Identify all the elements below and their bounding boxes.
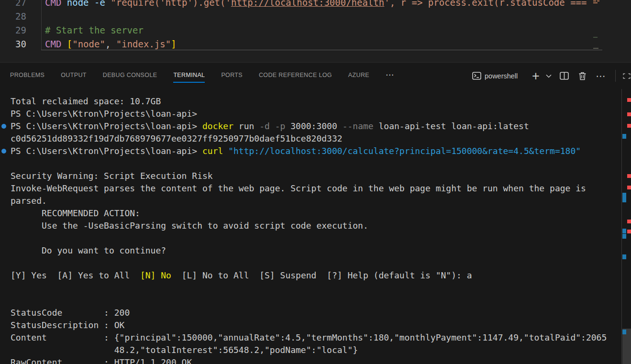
ruler-mark-blue: [622, 193, 626, 198]
terminal-line: Invoke-WebRequest parses the content of …: [0, 182, 621, 195]
terminal-line: RECOMMENDED ACTION:: [0, 207, 621, 220]
code-text: [26, 10, 45, 23]
terminal-line: Do you want to continue?: [0, 244, 621, 257]
editor-line[interactable]: 30CMD ["node", "index.js"]: [0, 37, 631, 51]
line-number: 29: [0, 23, 26, 37]
command-decoration-icon[interactable]: [1, 149, 6, 154]
terminal-output[interactable]: Total reclaimed space: 10.7GBPS C:\Users…: [0, 89, 621, 364]
terminal-line: [0, 294, 621, 307]
minimap-mark: [597, 0, 599, 1]
editor-lines: 27CMD node -e "require('http').get('http…: [0, 0, 631, 51]
ruler-mark-red: [627, 98, 631, 102]
bottom-panel: PROBLEMS OUTPUT DEBUG CONSOLE TERMINAL P…: [0, 62, 631, 364]
powershell-terminal-icon: [471, 63, 482, 89]
code-text: CMD ["node", "index.js"]: [26, 37, 177, 51]
line-number: 27: [0, 0, 26, 10]
terminal-line: Use the -UseBasicParsing switch to avoid…: [0, 220, 621, 232]
terminal-line: [0, 257, 621, 269]
terminal-shell-label[interactable]: powershell: [485, 63, 518, 89]
panel-tabbar: PROBLEMS OUTPUT DEBUG CONSOLE TERMINAL P…: [0, 63, 631, 89]
editor-line[interactable]: 28: [0, 10, 631, 23]
terminal-line: [0, 282, 621, 294]
minimap-mark: [593, 2, 598, 3]
maximize-panel-icon[interactable]: [622, 63, 631, 89]
terminal-line: PS C:\Users\Ktron\Projects\loan-api> doc…: [0, 120, 621, 132]
tab-azure[interactable]: AZURE: [348, 69, 369, 83]
tab-code-reference-log[interactable]: CODE REFERENCE LOG: [259, 69, 332, 83]
terminal-lines: Total reclaimed space: 10.7GBPS C:\Users…: [0, 89, 621, 364]
terminal-line: parsed.: [0, 195, 621, 207]
tab-debug-console[interactable]: DEBUG CONSOLE: [103, 69, 157, 83]
tab-output[interactable]: OUTPUT: [61, 69, 87, 83]
terminal-line: c0d56251dd89332f19d7db768979677ee0327ff9…: [0, 132, 621, 145]
terminal-line: [0, 232, 621, 244]
command-decoration-icon[interactable]: [1, 124, 6, 129]
split-terminal-icon[interactable]: [558, 63, 570, 89]
terminal-line: StatusCode : 200: [0, 307, 621, 319]
ruler-mark-blue: [622, 254, 626, 259]
editor-guide-line: [41, 0, 42, 50]
terminal-overview-ruler: [621, 89, 631, 364]
ruler-mark-red: [627, 124, 631, 128]
code-text: CMD node -e "require('http').get('http:/…: [26, 0, 587, 10]
line-number: 28: [0, 10, 26, 23]
terminal-line: 48.2,"totalInterest":56548.2,"podName":"…: [0, 344, 621, 356]
terminal-line: Security Warning: Script Execution Risk: [0, 170, 621, 182]
ruler-mark-red: [627, 112, 631, 116]
ruler-mark-blue: [622, 234, 626, 239]
terminal-line: Total reclaimed space: 10.7GB: [0, 95, 621, 108]
editor-line[interactable]: 29# Start the server: [0, 23, 631, 37]
ruler-mark-red: [627, 230, 631, 233]
terminal-line: Content : {"principal":150000,"annualRat…: [0, 331, 621, 344]
tab-problems[interactable]: PROBLEMS: [10, 69, 44, 83]
ruler-mark-blue: [622, 134, 626, 139]
terminal-more-actions-icon[interactable]: ⋯: [594, 63, 608, 89]
kill-terminal-trash-icon[interactable]: [576, 63, 588, 89]
editor-rule-line: [41, 50, 602, 50]
terminal-line: RawContent : HTTP/1.1 200 OK: [0, 356, 621, 364]
tab-ports[interactable]: PORTS: [221, 69, 243, 83]
code-editor[interactable]: 27CMD node -e "require('http').get('http…: [0, 0, 631, 62]
ruler-mark-red: [627, 174, 631, 178]
minimap-mark: [593, 0, 596, 1]
toolbar-divider: [615, 70, 616, 82]
ruler-mark-red: [627, 186, 631, 189]
code-text: # Start the server: [26, 23, 144, 37]
ruler-mark-blue: [622, 198, 626, 202]
editor-line[interactable]: 27CMD node -e "require('http').get('http…: [0, 0, 631, 10]
terminal-profile-chevron-down-icon[interactable]: [544, 63, 553, 89]
tab-terminal[interactable]: TERMINAL: [173, 69, 205, 83]
terminal-line: [Y] Yes [A] Yes to All [N] No [L] No to …: [0, 269, 621, 282]
ruler-mark-blue: [622, 330, 626, 334]
minimap-mark: [593, 48, 598, 49]
line-number: 30: [0, 37, 26, 51]
tabs-overflow-icon[interactable]: ⋯: [386, 70, 394, 82]
terminal-line: PS C:\Users\Ktron\Projects\loan-api>: [0, 108, 621, 120]
ruler-mark-blue: [622, 229, 626, 233]
ruler-mark-red: [627, 220, 631, 223]
terminal-line: StatusDescription : OK: [0, 319, 621, 331]
minimap-mark: [593, 37, 598, 38]
terminal-line: PS C:\Users\Ktron\Projects\loan-api> cur…: [0, 145, 621, 157]
new-terminal-icon[interactable]: +: [529, 63, 542, 89]
terminal-line: [0, 157, 621, 170]
